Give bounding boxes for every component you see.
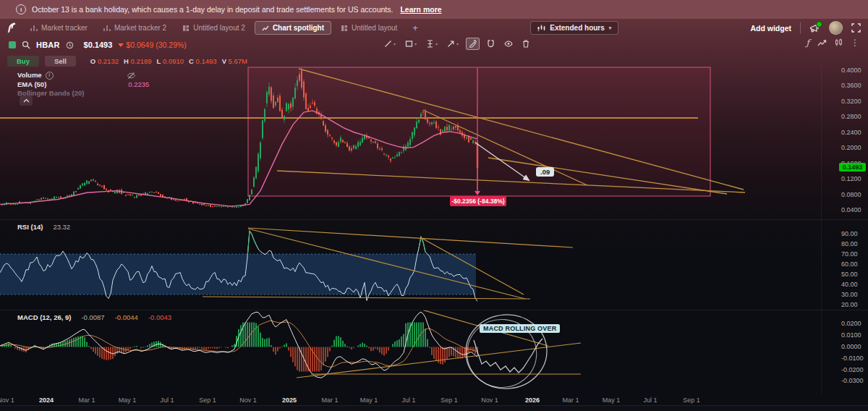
info-icon: i <box>16 4 26 14</box>
extended-hours-icon <box>537 25 545 32</box>
time-tick-label: May 1 <box>360 397 378 404</box>
drawing-toolbar: ▾ ▾ ▾ ▾ <box>382 38 532 50</box>
indicators-fx-icon[interactable]: ƒ <box>807 38 809 48</box>
banner-text: October 13 is a bank holiday, which caus… <box>32 5 393 14</box>
time-tick-label: Sep 1 <box>683 397 700 404</box>
price-target-label[interactable]: .09 <box>536 167 554 177</box>
chart-header-actions: ƒ ⋮ <box>807 38 859 48</box>
pen-tool[interactable] <box>466 38 480 50</box>
ptick-label: 0.3600 <box>841 82 867 89</box>
rtick-label: 90.00 <box>841 230 867 237</box>
widget-menu-icon[interactable]: ⋮ <box>851 38 859 48</box>
rtick-label: 30.00 <box>841 291 867 298</box>
macd-pane-header: MACD (12, 26, 9) -0.0087 -0.0044 -0.0043 <box>17 313 171 321</box>
triangle-down-icon <box>118 43 124 47</box>
avatar[interactable] <box>829 21 843 35</box>
ema-indicator-label[interactable]: EMA (50) <box>17 80 46 90</box>
tab-untitled-layout-2[interactable]: Untitled layout 2 <box>176 22 252 34</box>
order-row: Buy Sell O 0.2132 H 0.2189 L 0.0910 C 0.… <box>0 54 868 67</box>
rtick-label: 60.00 <box>841 260 867 268</box>
hide-drawings-eye-icon[interactable] <box>502 38 515 49</box>
time-tick-label: Nov 1 <box>481 397 498 404</box>
time-tick-label: Mar 1 <box>562 397 579 404</box>
mtick-label: 0.0200 <box>841 320 867 327</box>
measure-result-label[interactable]: -$0.2356 (-84.38%) <box>450 196 506 206</box>
widget-link-color[interactable] <box>9 41 16 48</box>
rtick-label: 20.00 <box>841 301 867 308</box>
time-tick-label: Mar 1 <box>78 397 95 404</box>
mtick-label: -0.0200 <box>841 366 867 373</box>
bottom-scroll-strip[interactable] <box>0 405 868 411</box>
time-tick-label: Nov 1 <box>0 397 14 404</box>
info-icon[interactable]: i <box>46 72 54 80</box>
macd-label[interactable]: MACD (12, 26, 9) <box>17 313 71 321</box>
mtick-label: -0.0300 <box>841 377 867 384</box>
time-tick-label: Sep 1 <box>199 397 216 404</box>
ohlcv-readout: O 0.2132 H 0.2189 L 0.0910 C 0.1493 V 5.… <box>90 57 247 65</box>
tab-untitled-layout[interactable]: Untitled layout <box>334 22 404 34</box>
time-tick-label: May 1 <box>119 397 137 404</box>
time-axis[interactable]: Nov 12024Mar 1May 1Jul 1Sep 1Nov 12025Ma… <box>0 394 868 405</box>
candle-style-icon[interactable] <box>835 38 843 47</box>
symbol-label[interactable]: HBAR <box>36 41 60 49</box>
time-tick-label: Jul 1 <box>643 397 657 404</box>
arrow-tool[interactable]: ▾ <box>445 38 461 49</box>
tab-market-tracker[interactable]: Market tracker <box>24 22 94 34</box>
rsi-label[interactable]: RSI (14) <box>17 223 43 231</box>
trash-icon[interactable] <box>520 38 532 49</box>
grid-layout-icon <box>182 25 190 32</box>
last-price: $0.1493 <box>84 41 113 49</box>
layout-tab-bar: Market tracker Market tracker 2 Untitled… <box>0 19 868 37</box>
ptick-label: 0.0400 <box>841 206 867 213</box>
rtick-label: 40.00 <box>841 281 867 288</box>
ptick-label: 0.2800 <box>841 113 867 120</box>
axis-separator <box>821 65 822 394</box>
macd-annotation-label[interactable]: MACD ROLLING OVER <box>480 324 560 333</box>
notification-badge <box>816 21 822 27</box>
rsi-pane-header: RSI (14) 23.32 <box>17 223 70 231</box>
tab-market-tracker-2[interactable]: Market tracker 2 <box>97 22 173 34</box>
macd-value-2: -0.0044 <box>115 313 138 321</box>
rtick-label: 80.00 <box>841 240 867 247</box>
trendline-tool[interactable]: ▾ <box>382 38 398 49</box>
mtick-label: 0.0000 <box>841 343 867 350</box>
ema-value: 0.2235 <box>128 80 149 90</box>
mtick-label: -0.0100 <box>841 355 867 362</box>
time-tick-label: 2024 <box>39 397 54 404</box>
extended-hours-toggle[interactable]: Extended hours ▾ <box>530 21 618 35</box>
volume-indicator-label[interactable]: Volume <box>17 71 42 80</box>
learn-more-link[interactable]: Learn more <box>400 5 441 14</box>
time-tick-label: 2026 <box>525 397 540 404</box>
pane-separator[interactable] <box>0 219 868 220</box>
ptick-label: 0.0800 <box>841 191 867 198</box>
collapse-legend-button[interactable] <box>20 96 33 106</box>
price-change: $0.0649 (30.29%) <box>118 41 186 49</box>
announcements-icon[interactable] <box>809 23 820 33</box>
shape-tool[interactable]: ▾ <box>403 38 419 49</box>
time-tick-label: Jul 1 <box>160 397 174 404</box>
fullscreen-icon[interactable] <box>851 23 861 33</box>
pane-separator[interactable] <box>0 310 868 310</box>
rtick-label: 70.00 <box>841 250 867 258</box>
search-icon[interactable] <box>22 41 30 49</box>
indicator-legend: Volume i EMA (50) 0.2235 Bollinger Bands… <box>17 71 149 98</box>
24h-clock-icon <box>66 41 74 49</box>
time-tick-label: Jul 1 <box>401 397 415 404</box>
grid-layout-icon <box>341 25 348 32</box>
rsi-value: 23.32 <box>53 223 70 231</box>
add-widget-button[interactable]: Add widget <box>750 24 791 33</box>
add-layout-button[interactable]: + <box>407 22 424 33</box>
magnet-tool[interactable] <box>485 38 497 49</box>
eye-off-icon[interactable] <box>127 72 136 80</box>
tab-chart-spotlight[interactable]: Chart spotlight <box>255 21 331 35</box>
bank-holiday-banner: i October 13 is a bank holiday, which ca… <box>0 0 868 19</box>
robinhood-logo-icon[interactable] <box>7 22 17 33</box>
fibonacci-tool[interactable]: ▾ <box>424 38 440 49</box>
ptick-label: 0.1200 <box>841 175 867 182</box>
time-tick-label: 2025 <box>282 397 297 404</box>
ptick-label: 0.4000 <box>841 67 867 74</box>
buy-button[interactable]: Buy <box>7 56 39 67</box>
compare-trend-icon[interactable] <box>817 39 827 47</box>
ptick-label: 0.3200 <box>841 98 867 105</box>
sell-button[interactable]: Sell <box>45 56 76 67</box>
